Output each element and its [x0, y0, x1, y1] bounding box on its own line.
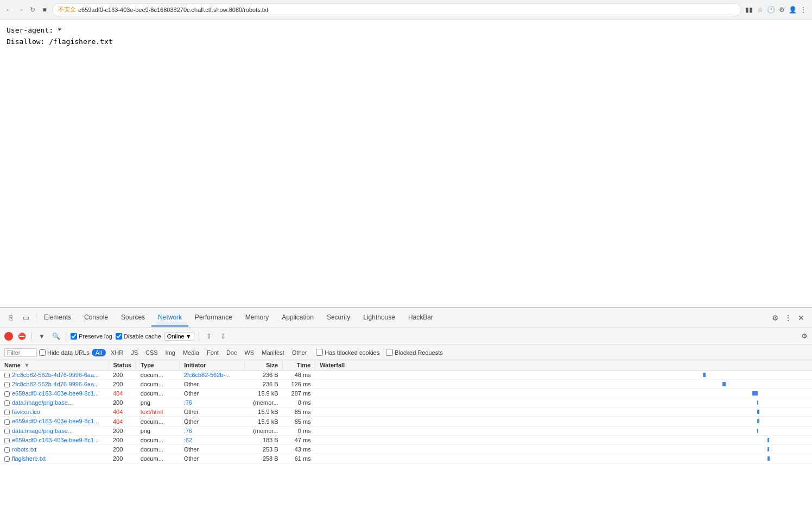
filter-manifest-button[interactable]: Manifest — [259, 349, 287, 356]
filter-media-button[interactable]: Media — [180, 349, 202, 356]
table-row[interactable]: e659adf0-c163-403e-bee9-8c1...200docum..… — [0, 435, 812, 444]
tab-elements[interactable]: Elements — [37, 309, 78, 327]
device-icon-button[interactable]: ▭ — [20, 311, 33, 324]
devtools-settings-button[interactable]: ⚙ — [769, 311, 782, 324]
settings-button[interactable]: ⚙ — [777, 5, 786, 14]
record-button[interactable] — [4, 332, 13, 341]
tab-application[interactable]: Application — [275, 309, 320, 327]
table-row[interactable]: e659adf0-c163-403e-bee9-8c1...404docum..… — [0, 417, 812, 426]
tab-performance[interactable]: Performance — [188, 309, 239, 327]
has-blocked-cookies-label[interactable]: Has blocked cookies — [316, 349, 379, 356]
disable-cache-label[interactable]: Disable cache — [116, 333, 161, 340]
filter-ws-button[interactable]: WS — [242, 349, 257, 356]
request-name[interactable]: 2fc8cb82-562b-4d76-9996-6aa... — [12, 372, 99, 378]
request-name[interactable]: favicon.ico — [12, 409, 40, 415]
address-bar[interactable]: 不安全 e659adf0-c163-403e-bee9-8c168038270c… — [52, 3, 741, 16]
row-checkbox[interactable] — [4, 456, 10, 462]
request-initiator: Other — [180, 389, 245, 398]
table-row[interactable]: 2fc8cb82-562b-4d76-9996-6aa...200docum..… — [0, 371, 812, 380]
request-type: png — [136, 426, 180, 435]
row-checkbox[interactable] — [4, 438, 10, 443]
filter-xhr-button[interactable]: XHR — [108, 349, 126, 356]
preserve-log-label[interactable]: Preserve log — [71, 333, 112, 340]
import-button[interactable]: ⇧ — [204, 331, 214, 342]
tab-sources[interactable]: Sources — [115, 309, 151, 327]
network-settings-icon[interactable]: ⚙ — [801, 332, 808, 340]
profile-button[interactable]: 👤 — [788, 5, 797, 14]
table-row[interactable]: favicon.ico404text/htmlOther15.9 kB85 ms — [0, 407, 812, 417]
table-row[interactable]: data:image/png;base...200png:76(memor...… — [0, 426, 812, 435]
has-blocked-cookies-checkbox[interactable] — [316, 349, 323, 356]
tab-lighthouse[interactable]: Lighthouse — [357, 309, 402, 327]
network-toolbar: ⛔ ▼ 🔍 Preserve log Disable cache Online … — [0, 328, 812, 345]
clear-button[interactable]: ⛔ — [16, 331, 27, 342]
preserve-log-checkbox[interactable] — [71, 333, 77, 340]
col-header-waterfall[interactable]: Waterfall — [315, 360, 812, 371]
request-name[interactable]: data:image/png;base... — [12, 399, 73, 406]
filter-input[interactable] — [4, 348, 37, 357]
sort-arrow-name: ▼ — [24, 362, 30, 368]
row-checkbox[interactable] — [4, 373, 10, 378]
tab-memory[interactable]: Memory — [239, 309, 275, 327]
request-type: docum... — [136, 417, 180, 426]
col-header-initiator[interactable]: Initiator — [180, 360, 245, 371]
export-button[interactable]: ⇩ — [218, 331, 229, 342]
table-row[interactable]: robots.txt200docum...Other253 B43 ms — [0, 444, 812, 454]
request-name[interactable]: e659adf0-c163-403e-bee9-8c1... — [12, 390, 99, 397]
back-button[interactable]: ← — [4, 5, 13, 14]
request-name[interactable]: data:image/png;base... — [12, 428, 73, 434]
reload-button[interactable]: ↻ — [28, 5, 37, 14]
forward-button[interactable]: → — [16, 5, 25, 14]
request-initiator: Other — [180, 407, 245, 417]
row-checkbox[interactable] — [4, 419, 10, 425]
request-name[interactable]: e659adf0-c163-403e-bee9-8c1... — [12, 418, 99, 424]
tab-hackbar[interactable]: HackBar — [402, 309, 440, 327]
request-name[interactable]: flagishere.txt — [12, 455, 46, 462]
request-name[interactable]: e659adf0-c163-403e-bee9-8c1... — [12, 437, 99, 443]
bookmark-button[interactable]: ■ — [40, 5, 49, 14]
filter-css-button[interactable]: CSS — [143, 349, 161, 356]
row-checkbox[interactable] — [4, 429, 10, 434]
row-checkbox[interactable] — [4, 382, 10, 387]
cursor-icon-button[interactable]: ⎘ — [4, 311, 17, 324]
search-button[interactable]: 🔍 — [50, 331, 61, 342]
filter-js-button[interactable]: JS — [128, 349, 141, 356]
hide-data-urls-label[interactable]: Hide data URLs — [39, 349, 90, 356]
request-name[interactable]: robots.txt — [12, 446, 36, 453]
request-name[interactable]: 2fc8cb82-562b-4d76-9996-6aa... — [12, 381, 99, 387]
table-row[interactable]: flagishere.txt200docum...Other258 B61 ms — [0, 454, 812, 463]
filter-doc-button[interactable]: Doc — [224, 349, 240, 356]
extensions-button[interactable]: ▮▮ — [745, 5, 753, 14]
table-row[interactable]: 2fc8cb82-562b-4d76-9996-6aa...200docum..… — [0, 380, 812, 389]
col-header-status[interactable]: Status — [109, 360, 136, 371]
blocked-requests-label[interactable]: Blocked Requests — [386, 349, 443, 356]
table-row[interactable]: e659adf0-c163-403e-bee9-8c1...404docum..… — [0, 389, 812, 398]
filter-button[interactable]: ▼ — [36, 331, 47, 342]
disable-cache-checkbox[interactable] — [116, 333, 122, 340]
devtools-close-button[interactable]: ✕ — [795, 311, 808, 324]
filter-all-button[interactable]: All — [92, 349, 106, 356]
table-row[interactable]: data:image/png;base...200png:76(memor...… — [0, 398, 812, 407]
throttle-selector[interactable]: Online ▼ — [164, 332, 194, 341]
favorites-button[interactable]: ☆ — [756, 5, 764, 14]
row-checkbox[interactable] — [4, 410, 10, 415]
devtools-more-button[interactable]: ⋮ — [782, 311, 795, 324]
row-checkbox[interactable] — [4, 391, 10, 397]
tab-console[interactable]: Console — [78, 309, 115, 327]
filter-font-button[interactable]: Font — [204, 349, 221, 356]
col-header-name[interactable]: Name ▼ — [0, 360, 109, 371]
more-button[interactable]: ⋮ — [799, 5, 808, 14]
request-size: 15.9 kB — [245, 389, 283, 398]
tab-network[interactable]: Network — [151, 309, 188, 327]
filter-img-button[interactable]: Img — [163, 349, 178, 356]
row-checkbox[interactable] — [4, 447, 10, 453]
blocked-requests-checkbox[interactable] — [386, 349, 393, 356]
hide-data-urls-checkbox[interactable] — [39, 349, 46, 356]
history-button[interactable]: 🕐 — [766, 5, 775, 14]
col-header-time[interactable]: Time — [283, 360, 315, 371]
col-header-type[interactable]: Type — [136, 360, 180, 371]
row-checkbox[interactable] — [4, 400, 10, 406]
tab-security[interactable]: Security — [320, 309, 357, 327]
col-header-size[interactable]: Size — [245, 360, 283, 371]
filter-other-button[interactable]: Other — [289, 349, 310, 356]
